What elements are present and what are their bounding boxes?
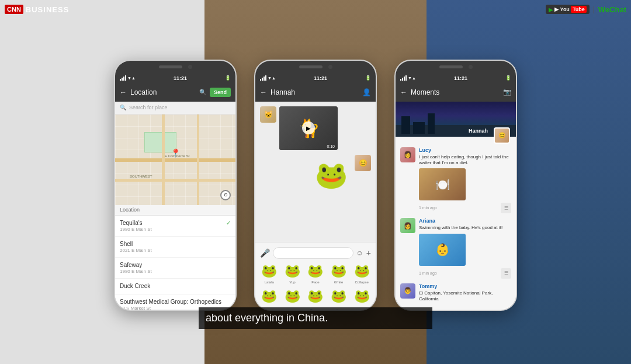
place-item-1[interactable]: Shell 2021 E Main St xyxy=(115,237,235,258)
time-2: 11:21 xyxy=(314,75,327,81)
chat-screen: 🐱 🐈 ▶ 0:10 🐸 😊 xyxy=(255,102,376,311)
phone-camera-1 xyxy=(188,65,192,69)
place-name-3: Duck Creek xyxy=(120,283,150,289)
moment-user-ariana[interactable]: Ariana xyxy=(419,218,511,224)
msg-avatar-hannah: 🐱 xyxy=(260,106,276,123)
phone-top-2 xyxy=(255,61,376,74)
moments-feed: 👩 Lucy I just can't help eating, though … xyxy=(396,137,516,306)
sticker-img-r2-4: 🐸 xyxy=(330,287,348,305)
search-placeholder: Search for place xyxy=(129,105,168,110)
moment-image-baby[interactable]: 👶 xyxy=(419,234,466,266)
msg-video: 🐱 🐈 ▶ 0:10 xyxy=(260,106,371,150)
phone-top-3 xyxy=(396,61,516,74)
status-bar-3: ▼▲ 11:21 🔋 xyxy=(396,74,516,83)
msg-avatar-user: 😊 xyxy=(355,155,371,171)
sticker-img-face: 🐸 xyxy=(307,262,324,280)
place-name-2: Safeway xyxy=(120,262,152,268)
sticker-yup[interactable]: 🐸 Yup xyxy=(283,262,301,284)
sticker-img-r2-3: 🐸 xyxy=(307,287,324,305)
map-road-v1 xyxy=(162,115,165,205)
sticker-r2-1[interactable]: 🐸 xyxy=(261,287,278,305)
sticker-collapse[interactable]: 🐸 Collapse xyxy=(353,262,370,284)
moment-image-food[interactable]: 🍽️ xyxy=(419,168,466,200)
sticker-label-face: Face xyxy=(311,280,319,284)
sticker-img-r2-2: 🐸 xyxy=(283,287,301,305)
camera-icon-moments[interactable]: 📷 xyxy=(503,88,511,96)
place-item-3[interactable]: Duck Creek xyxy=(115,279,235,294)
place-addr-0: 1980 E Main St xyxy=(120,227,152,232)
search-icon-2: 🔍 xyxy=(120,105,126,110)
location-section-label: Location xyxy=(120,207,140,213)
map-road-h2 xyxy=(115,179,235,182)
sticker-img-collapse: 🐸 xyxy=(353,262,370,280)
video-play-button[interactable]: ▶ xyxy=(302,122,315,134)
moment-avatar-lucy[interactable]: 👩 xyxy=(400,147,415,162)
sticker-img-yup: 🐸 xyxy=(283,262,301,280)
back-arrow-3[interactable]: ← xyxy=(400,88,407,96)
moment-user-tommy[interactable]: Tommy xyxy=(419,283,511,289)
sticker-lalala[interactable]: 🐸 Lalala xyxy=(261,262,278,284)
back-arrow-2[interactable]: ← xyxy=(260,88,267,96)
map-pin: 📍 xyxy=(171,148,181,158)
moment-time-lucy: 1 min ago xyxy=(419,206,437,210)
top-right-logos: ▶ ▶ You Tube | WeChat xyxy=(546,5,626,14)
carrier-2: ▼▲ xyxy=(268,76,276,80)
sticker-icon[interactable]: ☺ xyxy=(356,249,363,257)
signal-bars-2 xyxy=(260,75,266,81)
youtube-label: ▶ You xyxy=(554,6,570,12)
search-icon-1[interactable]: 🔍 xyxy=(199,89,206,95)
moment-post-ariana: 👩 Ariana Swimming with the baby. He's go… xyxy=(400,218,511,278)
moment-avatar-ariana[interactable]: 👩 xyxy=(400,218,415,233)
map-compass[interactable]: ⊙ xyxy=(220,190,231,200)
sticker-r2-3[interactable]: 🐸 xyxy=(307,287,324,305)
place-item-2[interactable]: Safeway 1980 E Main St xyxy=(115,258,235,279)
moment-content-ariana: Ariana Swimming with the baby. He's good… xyxy=(419,218,511,278)
app-bar-location: ← Location 🔍 Send xyxy=(115,83,235,102)
chat-input-area: 🎤 ☺ + 🐸 Lalala 🐸 Yup 🐸 xyxy=(255,242,376,311)
moments-user-avatar: 😊 xyxy=(494,127,510,144)
video-thumbnail[interactable]: 🐈 ▶ 0:10 xyxy=(279,106,338,150)
sticker-r2-5[interactable]: 🐸 xyxy=(353,287,370,305)
sticker-gnite[interactable]: 🐸 G'nite xyxy=(330,262,348,284)
sticker-label-collapse: Collapse xyxy=(355,280,368,284)
app-bar-chat: ← Hannah 👤 xyxy=(255,83,376,102)
phone-top-1 xyxy=(115,61,235,74)
chat-messages: 🐱 🐈 ▶ 0:10 🐸 😊 xyxy=(255,102,376,242)
place-name-1: Shell xyxy=(120,241,152,247)
place-addr-2: 1980 E Main St xyxy=(120,269,152,274)
place-name-0: Tequila's xyxy=(120,220,152,226)
moment-like-btn-lucy[interactable]: ☰ xyxy=(501,203,511,213)
map-area[interactable]: E Commerce St SOUTHWEST 📍 ⊙ xyxy=(115,115,235,205)
frog-sticker-reply: 🐸 xyxy=(311,155,352,196)
send-button[interactable]: Send xyxy=(210,88,231,97)
plus-icon[interactable]: + xyxy=(366,248,371,258)
moment-avatar-tommy[interactable]: 👨 xyxy=(400,283,415,299)
phone-speaker-3 xyxy=(439,65,463,68)
mic-icon[interactable]: 🎤 xyxy=(260,248,270,258)
place-name-4: Southwest Medical Group: Orthopedics xyxy=(120,299,221,305)
moments-screen: Hannah 😊 👩 Lucy I just can't help eating… xyxy=(396,102,516,306)
phone-moments: ▼▲ 11:21 🔋 ← Moments 📷 Hannah xyxy=(394,60,517,311)
phone-camera-3 xyxy=(469,65,473,69)
person-icon-2[interactable]: 👤 xyxy=(362,88,371,96)
place-addr-1: 2021 E Main St xyxy=(120,248,152,253)
sticker-r2-4[interactable]: 🐸 xyxy=(330,287,348,305)
subtitle-text: about everything in China. xyxy=(206,312,328,324)
moment-content-lucy: Lucy I just can't help eating, though I … xyxy=(419,147,511,214)
phones-container: ▼▲ 11:21 🔋 ← Location 🔍 Send 🔍 Search fo… xyxy=(6,12,625,358)
sticker-r2-2[interactable]: 🐸 xyxy=(283,287,301,305)
moment-user-lucy[interactable]: Lucy xyxy=(419,147,511,153)
chat-input-field[interactable] xyxy=(273,247,353,259)
search-bar-location[interactable]: 🔍 Search for place xyxy=(115,102,235,115)
phone1-screen: 🔍 Search for place E Commerce St SOUTHWE… xyxy=(115,102,235,311)
moments-cover-image: Hannah 😊 xyxy=(396,102,516,137)
place-item-0[interactable]: Tequila's 1980 E Main St ✓ xyxy=(115,216,235,237)
chat-toolbar-row: 🎤 ☺ + xyxy=(260,245,371,261)
moment-like-btn-ariana[interactable]: ☰ xyxy=(501,268,511,279)
moment-text-tommy: El Capitan, Yosemite National Park, Cali… xyxy=(419,290,511,303)
signal-bars-3 xyxy=(400,75,407,81)
back-arrow-1[interactable]: ← xyxy=(120,88,127,96)
app-bar-title-1: Location xyxy=(130,88,196,96)
sticker-face[interactable]: 🐸 Face xyxy=(307,262,324,284)
moment-content-tommy: Tommy El Capitan, Yosemite National Park… xyxy=(419,283,511,303)
